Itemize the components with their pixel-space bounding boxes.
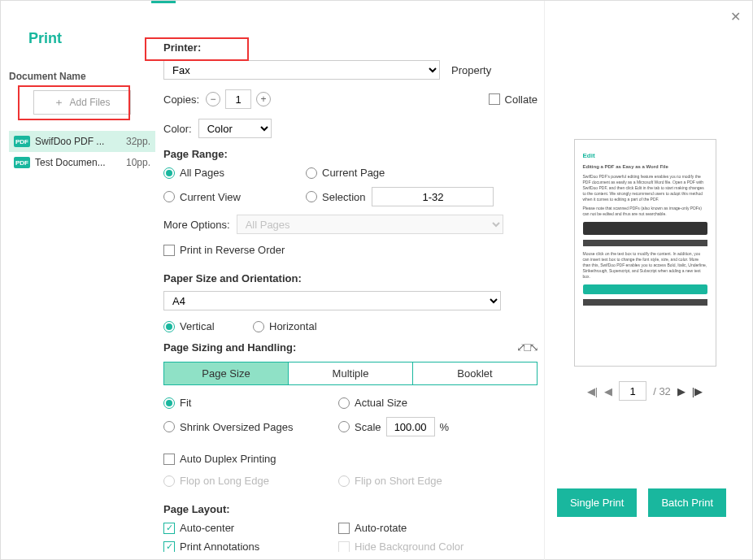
- print-dialog: ✕ Print Document Name ＋ Add Files PDF Sw…: [0, 0, 753, 560]
- radio-selection[interactable]: Selection: [306, 187, 494, 206]
- close-icon[interactable]: ✕: [730, 9, 741, 24]
- checkbox-icon: [163, 454, 175, 465]
- radio-current-page[interactable]: Current Page: [306, 167, 385, 179]
- checkbox-icon: [163, 541, 175, 553]
- preview-nav: ◀| ◀ / 32 ▶ |▶: [564, 381, 726, 401]
- add-files-label: Add Files: [69, 97, 110, 108]
- auto-center-checkbox[interactable]: Auto-center: [163, 522, 338, 534]
- radio-icon: [163, 475, 175, 487]
- pdf-icon: PDF: [14, 157, 30, 168]
- checkbox-icon: [489, 93, 500, 105]
- selection-input[interactable]: [372, 187, 494, 206]
- first-page-icon[interactable]: ◀|: [587, 385, 598, 397]
- radio-icon: [163, 191, 175, 202]
- doc-pages: 10pp.: [126, 157, 150, 168]
- print-annotations-checkbox[interactable]: Print Annotations: [163, 540, 338, 552]
- prev-page-icon[interactable]: ◀: [604, 385, 612, 397]
- page-range-label: Page Range:: [163, 148, 538, 160]
- dimensions-icon[interactable]: ⤢□⤡: [516, 341, 538, 354]
- printer-select[interactable]: Fax: [163, 60, 440, 80]
- plus-button[interactable]: +: [256, 92, 271, 106]
- minus-button[interactable]: −: [206, 92, 220, 106]
- plus-icon: ＋: [54, 95, 64, 110]
- radio-horizontal[interactable]: Horizontal: [253, 320, 317, 332]
- radio-icon: [253, 321, 264, 332]
- page-layout-label: Page Layout:: [163, 503, 538, 515]
- last-page-icon[interactable]: |▶: [692, 385, 703, 397]
- batch-print-button[interactable]: Batch Print: [648, 488, 726, 517]
- radio-fit[interactable]: Fit: [163, 397, 338, 409]
- collate-checkbox[interactable]: Collate: [489, 93, 538, 106]
- printer-label: Printer:: [163, 41, 538, 54]
- document-name-label: Document Name: [9, 71, 155, 82]
- doc-pages: 32pp.: [126, 136, 150, 147]
- radio-icon: [306, 167, 317, 179]
- more-options-label: More Options:: [163, 219, 230, 231]
- sidebar: Document Name ＋ Add Files PDF SwifDoo PD…: [9, 71, 155, 173]
- color-select[interactable]: Color: [198, 119, 272, 138]
- accent-bar: [151, 1, 176, 3]
- vertical-divider: [544, 1, 545, 560]
- radio-icon: [163, 321, 175, 332]
- page-preview: Edit Editing a PDF as Easy as a Word Fil…: [574, 139, 716, 367]
- scale-input[interactable]: [386, 417, 435, 436]
- checkbox-icon: [338, 523, 350, 534]
- tab-multiple[interactable]: Multiple: [289, 362, 413, 384]
- radio-icon: [163, 167, 175, 179]
- list-item[interactable]: PDF Test Documen... 10pp.: [9, 152, 155, 173]
- paper-size-select[interactable]: A4: [163, 291, 501, 310]
- checkbox-icon: [163, 245, 175, 256]
- copies-input[interactable]: [225, 89, 251, 109]
- radio-current-view[interactable]: Current View: [163, 191, 306, 203]
- collate-label: Collate: [505, 93, 538, 106]
- radio-icon: [338, 397, 350, 409]
- hide-bg-checkbox: Hide Background Color: [338, 540, 513, 552]
- radio-icon: [338, 475, 350, 487]
- pdf-icon: PDF: [14, 136, 30, 147]
- sizing-label: Page Sizing and Handling:: [163, 341, 296, 354]
- copies-label: Copies:: [163, 93, 199, 106]
- checkbox-icon: [338, 541, 350, 553]
- page-total: / 32: [653, 385, 671, 397]
- dialog-title: Print: [28, 30, 62, 47]
- duplex-checkbox[interactable]: Auto Duplex Printing: [163, 453, 338, 465]
- doc-name: SwifDoo PDF ...: [35, 136, 123, 147]
- action-buttons: Single Print Batch Print: [557, 488, 726, 517]
- next-page-icon[interactable]: ▶: [677, 385, 686, 397]
- radio-flip-short: Flip on Short Edge: [338, 475, 442, 487]
- single-print-button[interactable]: Single Print: [557, 488, 637, 517]
- reverse-checkbox[interactable]: Print in Reverse Order: [163, 244, 338, 256]
- property-link[interactable]: Property: [451, 64, 491, 76]
- page-number-input[interactable]: [619, 381, 646, 401]
- preview-panel: Edit Editing a PDF as Easy as a Word Fil…: [564, 139, 726, 401]
- main-panel: Printer: Fax Property Copies: − + Collat…: [163, 41, 538, 552]
- radio-scale[interactable]: Scale %: [338, 417, 449, 436]
- document-list: PDF SwifDoo PDF ... 32pp. PDF Test Docum…: [9, 131, 155, 173]
- radio-shrink[interactable]: Shrink Oversized Pages: [163, 421, 338, 433]
- radio-icon: [338, 421, 350, 432]
- color-label: Color:: [163, 123, 192, 135]
- radio-icon: [163, 421, 175, 432]
- paper-label: Paper Size and Orientation:: [163, 272, 538, 284]
- radio-all-pages[interactable]: All Pages: [163, 167, 306, 179]
- radio-icon: [306, 191, 317, 202]
- radio-vertical[interactable]: Vertical: [163, 320, 253, 332]
- sizing-tabs: Page Size Multiple Booklet: [163, 362, 538, 385]
- radio-icon: [163, 397, 175, 409]
- tab-booklet[interactable]: Booklet: [413, 362, 537, 384]
- more-options-select[interactable]: All Pages: [237, 215, 503, 234]
- auto-rotate-checkbox[interactable]: Auto-rotate: [338, 522, 513, 534]
- radio-actual-size[interactable]: Actual Size: [338, 397, 407, 409]
- preview-heading: Edit: [583, 151, 707, 160]
- doc-name: Test Documen...: [35, 157, 123, 168]
- checkbox-icon: [163, 523, 175, 534]
- radio-flop-long: Flop on Long Edge: [163, 475, 338, 487]
- tab-page-size[interactable]: Page Size: [164, 362, 289, 384]
- list-item[interactable]: PDF SwifDoo PDF ... 32pp.: [9, 131, 155, 152]
- preview-subheading: Editing a PDF as Easy as a Word File: [583, 163, 707, 170]
- add-files-button[interactable]: ＋ Add Files: [33, 90, 131, 115]
